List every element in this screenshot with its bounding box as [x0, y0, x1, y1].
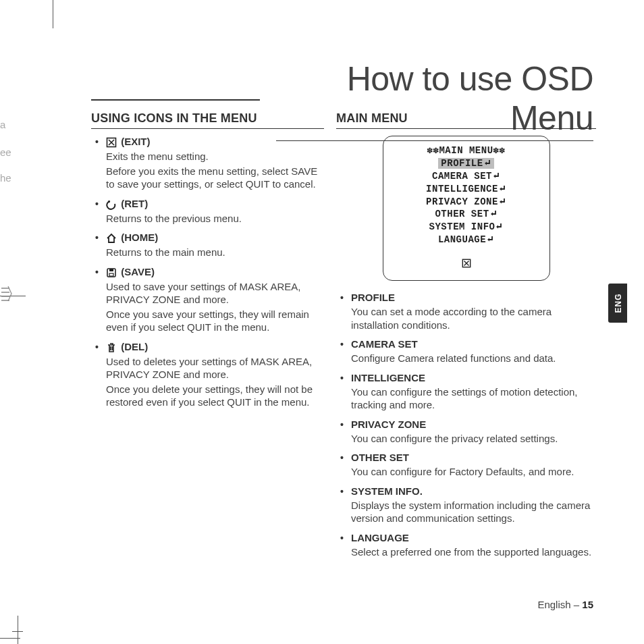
menu-desc-item: •PRIVACY ZONEYou can configure the priva… — [336, 419, 596, 446]
edge-fragment: ee — [0, 145, 11, 161]
menu-desc-label: PRIVACY ZONE — [351, 419, 426, 430]
osd-menu-item: OTHER SET — [390, 208, 543, 221]
bullet-icon: • — [95, 342, 99, 352]
menu-desc-label: LANGUAGE — [351, 532, 409, 543]
icon-item-label: (DEL) — [121, 341, 148, 352]
menu-desc-item: •PROFILEYou can set a mode according to … — [336, 292, 596, 331]
osd-menu-item: PRIVACY ZONE — [390, 196, 543, 209]
menu-desc-text: Displays the system information includin… — [351, 499, 596, 525]
menu-desc-item: •CAMERA SETConfigure Camera related func… — [336, 338, 596, 365]
icon-item-label: (SAVE) — [121, 266, 155, 277]
menu-desc-item: •INTELLIGENCEYou can configure the setti… — [336, 372, 596, 412]
menu-desc-label: CAMERA SET — [351, 338, 418, 350]
icon-item-text: Returns to the main menu. — [106, 246, 324, 259]
menu-desc-item: •LANGUAGESelect a preferred one from the… — [336, 532, 596, 559]
osd-menu-item: CAMERA SET — [390, 170, 543, 183]
bullet-icon: • — [340, 339, 344, 350]
menu-desc-item: •SYSTEM INFO.Displays the system informa… — [336, 485, 596, 525]
section-heading-icons: USING ICONS IN THE MENU — [91, 111, 324, 129]
menu-desc-text: Select a preferred one from the supporte… — [351, 545, 596, 559]
enter-icon — [489, 209, 498, 217]
edge-fragment: a — [0, 117, 5, 133]
footer-page-number: 15 — [582, 599, 593, 610]
osd-exit-icon — [390, 259, 543, 272]
crop-mark-bottom-h2 — [12, 631, 23, 632]
osd-menu-item: LANGUAGE — [390, 234, 543, 246]
menu-desc-text: Configure Camera related functions and d… — [351, 352, 596, 365]
enter-icon — [495, 222, 503, 230]
menu-desc-item: •OTHER SETYou can configure for Factory … — [336, 452, 596, 479]
crop-mark-bottom-h — [0, 638, 20, 639]
enter-icon — [483, 159, 491, 167]
edge-fragment: he — [0, 171, 11, 186]
bullet-icon: • — [95, 232, 99, 243]
svg-rect-2 — [109, 269, 113, 271]
menu-desc-text: You can configure the settings of motion… — [351, 385, 596, 412]
align-icon — [1, 286, 12, 306]
svg-rect-3 — [109, 273, 113, 276]
delete-icon — [106, 342, 117, 353]
home-icon — [106, 233, 117, 244]
icon-item-text: Returns to the previous menu. — [106, 212, 324, 225]
enter-icon — [498, 184, 506, 192]
icon-item-text: Once you save your settings, they will r… — [106, 308, 324, 334]
page-footer: English – 15 — [537, 599, 593, 610]
save-icon — [106, 267, 117, 278]
icon-item-exit: • (EXIT) Exits the menu setting. Before … — [91, 136, 324, 191]
osd-menu-item: SYSTEM INFO — [390, 221, 543, 234]
footer-language: English — [537, 599, 570, 610]
icon-item-text: Before you exits the menu setting, selec… — [106, 165, 324, 191]
bullet-icon: • — [340, 452, 344, 463]
enter-icon — [486, 235, 494, 243]
icon-item-label: (RET) — [121, 198, 148, 209]
bullet-icon: • — [95, 267, 99, 277]
crop-mark-bottom-v — [18, 616, 18, 644]
icon-item-text: Once you delete your settings, they will… — [106, 383, 324, 409]
menu-desc-text: You can configure for Factory Defaults, … — [351, 465, 596, 479]
bullet-icon: • — [340, 419, 344, 430]
title-rule-left — [91, 99, 260, 101]
menu-desc-text: You can set a mode according to the came… — [351, 305, 596, 331]
enter-icon — [492, 171, 500, 180]
return-icon — [106, 199, 117, 210]
bullet-icon: • — [95, 136, 99, 147]
menu-desc-label: SYSTEM INFO. — [351, 485, 423, 497]
enter-icon — [498, 197, 506, 205]
crop-mark-top — [53, 0, 53, 28]
icon-item-del: • (DEL) Used to deletes your settings of… — [91, 341, 324, 409]
osd-title: ✽✽MAIN MENU✽✽ — [390, 144, 543, 157]
menu-desc-text: You can configure the privacy related se… — [351, 432, 596, 446]
osd-menu-item: INTELLIGENCE — [390, 183, 543, 196]
bullet-icon: • — [95, 198, 99, 209]
language-tab: ENG — [608, 284, 627, 323]
bullet-icon: • — [340, 292, 344, 303]
exit-icon — [106, 137, 117, 148]
icon-item-text: Exits the menu setting. — [106, 150, 324, 163]
icon-item-label: (HOME) — [121, 232, 158, 243]
menu-desc-label: PROFILE — [351, 292, 395, 303]
icon-item-ret: • (RET) Returns to the previous menu. — [91, 198, 324, 225]
icon-item-label: (EXIT) — [121, 136, 150, 147]
bullet-icon: • — [340, 486, 344, 497]
icon-item-save: • (SAVE) Used to save your settings of M… — [91, 266, 324, 334]
icon-item-text: Used to save your settings of MASK AREA,… — [106, 280, 324, 306]
icon-item-text: Used to deletes your settings of MASK AR… — [106, 355, 324, 381]
menu-desc-label: INTELLIGENCE — [351, 372, 425, 383]
bullet-icon: • — [340, 373, 344, 383]
icon-item-home: • (HOME) Returns to the main menu. — [91, 232, 324, 259]
osd-screen: ✽✽MAIN MENU✽✽ PROFILECAMERA SETINTELLIGE… — [383, 136, 550, 281]
menu-desc-label: OTHER SET — [351, 452, 409, 463]
osd-menu-item: PROFILE — [390, 157, 543, 170]
section-heading-main-menu: MAIN MENU — [336, 111, 596, 129]
bullet-icon: • — [340, 533, 344, 543]
